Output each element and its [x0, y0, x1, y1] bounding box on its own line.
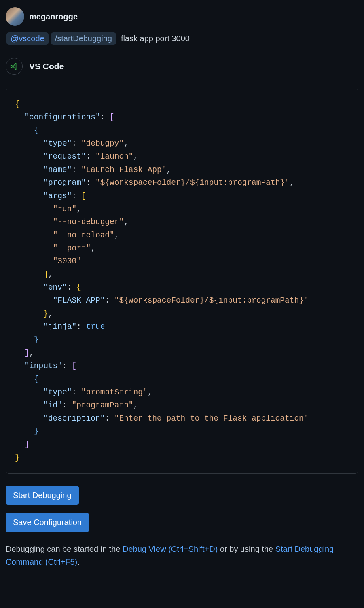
debug-view-link[interactable]: Debug View (Ctrl+Shift+D): [123, 544, 218, 553]
footer-text: Debugging can be started in the Debug Vi…: [6, 542, 358, 568]
footer-text-1: Debugging can be started in the: [6, 544, 123, 553]
footer-text-2: or by using the: [218, 544, 275, 553]
agent-name: VS Code: [29, 61, 64, 71]
footer-text-3: .: [77, 557, 80, 566]
user-header: meganrogge: [6, 7, 358, 26]
prompt-free-text: flask app port 3000: [119, 34, 190, 43]
chat-prompt-line: @vscode /startDebugging flask app port 3…: [6, 32, 358, 45]
agent-mention-chip[interactable]: @vscode: [6, 32, 49, 45]
agent-header: VS Code: [6, 58, 358, 75]
json-code-block[interactable]: { "configurations": [ { "type": "debugpy…: [6, 89, 358, 474]
username: meganrogge: [29, 12, 78, 21]
slash-command-chip[interactable]: /startDebugging: [51, 32, 116, 45]
user-avatar: [6, 7, 24, 26]
vscode-icon: [6, 58, 23, 75]
start-debugging-button[interactable]: Start Debugging: [6, 486, 79, 505]
save-configuration-button[interactable]: Save Configuration: [6, 513, 89, 532]
